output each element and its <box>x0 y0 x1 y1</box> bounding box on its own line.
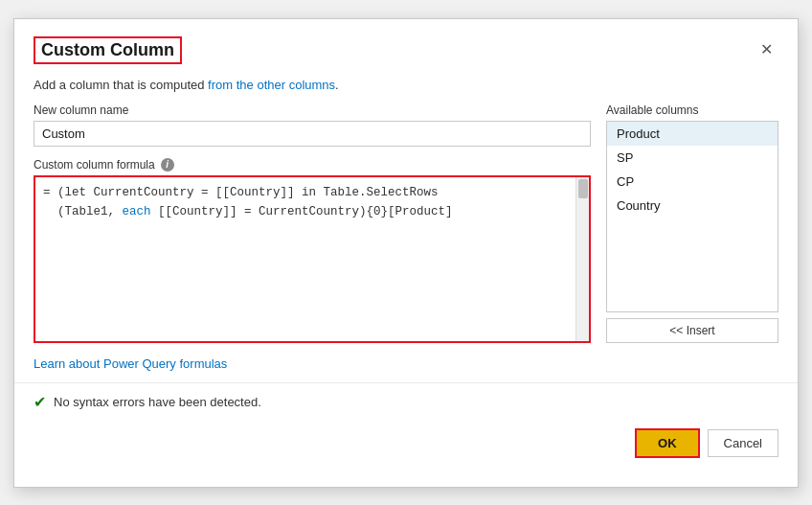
subtitle-text-post: . <box>335 78 339 92</box>
column-name-label: New column name <box>34 103 591 117</box>
avail-item-sp[interactable]: SP <box>607 146 778 170</box>
cancel-button[interactable]: Cancel <box>708 429 778 457</box>
dialog-title: Custom Column <box>34 36 182 64</box>
insert-button[interactable]: << Insert <box>606 318 778 343</box>
info-icon[interactable]: i <box>161 158 174 172</box>
avail-item-product[interactable]: Product <box>607 122 778 146</box>
status-text: No syntax errors have been detected. <box>54 395 261 409</box>
left-panel: New column name Custom column formula i … <box>34 103 591 343</box>
available-columns-label: Available columns <box>606 103 778 117</box>
formula-scrollbar[interactable] <box>575 177 589 341</box>
avail-item-cp[interactable]: CP <box>607 170 778 194</box>
column-name-input[interactable] <box>34 121 591 147</box>
custom-column-dialog: Custom Column ✕ Add a column that is com… <box>13 18 799 488</box>
formula-box-wrapper: = (let CurrentCountry = [[Country]] in T… <box>34 175 591 343</box>
subtitle-text-pre: Add a column that is computed <box>34 78 208 92</box>
check-icon: ✔ <box>34 393 46 411</box>
ok-button[interactable]: OK <box>635 428 700 458</box>
available-columns-list: Product SP CP Country <box>606 121 778 312</box>
dialog-footer: OK Cancel <box>14 421 798 473</box>
learn-link-row: Learn about Power Query formulas <box>14 343 798 377</box>
avail-item-country[interactable]: Country <box>607 194 778 218</box>
formula-label-row: Custom column formula i <box>34 158 591 172</box>
scrollbar-thumb <box>578 179 588 198</box>
title-bar: Custom Column ✕ <box>14 19 798 74</box>
dialog-body: New column name Custom column formula i … <box>14 103 798 343</box>
subtitle: Add a column that is computed from the o… <box>14 74 798 103</box>
right-panel: Available columns Product SP CP Country … <box>606 103 778 343</box>
formula-label: Custom column formula <box>34 158 155 172</box>
learn-link[interactable]: Learn about Power Query formulas <box>34 356 227 371</box>
subtitle-link: from the other columns <box>208 78 335 92</box>
close-button[interactable]: ✕ <box>755 40 778 59</box>
status-bar: ✔ No syntax errors have been detected. <box>14 382 798 421</box>
formula-display[interactable]: = (let CurrentCountry = [[Country]] in T… <box>35 177 575 341</box>
